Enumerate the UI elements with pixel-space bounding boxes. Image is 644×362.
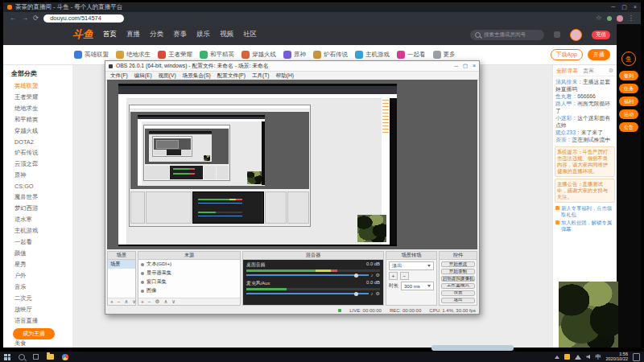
add-transition-button[interactable]: + xyxy=(389,272,398,280)
source-item[interactable]: 文本(GDI+) xyxy=(138,260,240,269)
obs-maximize-button[interactable]: ▢ xyxy=(463,63,468,69)
rail-pill-button[interactable]: 活动 xyxy=(619,109,638,119)
controls-dock-title[interactable]: 控件 xyxy=(440,252,477,260)
obs-preview[interactable] xyxy=(107,80,477,249)
quick-category-item[interactable]: 绝地求生 xyxy=(116,51,151,59)
sidebar-item[interactable]: 音乐 xyxy=(3,282,72,293)
sidebar-item[interactable]: 云顶之弈 xyxy=(3,158,72,170)
obs-menu-item[interactable]: 工具(T) xyxy=(252,72,270,80)
tray-expand-icon[interactable] xyxy=(555,356,559,359)
rail-pill-button[interactable]: 任务 xyxy=(619,84,638,93)
sidebar-item[interactable]: 王者荣耀 xyxy=(3,92,72,103)
quick-category-item[interactable]: 炉石传说 xyxy=(313,51,348,59)
rail-pill-button[interactable]: 公告 xyxy=(619,122,638,132)
sidebar-item[interactable]: 逆水寒 xyxy=(3,214,72,225)
visibility-eye-icon[interactable] xyxy=(141,290,144,293)
slider-track[interactable] xyxy=(246,274,369,276)
chat-settings-gear-icon[interactable]: ⚙ xyxy=(609,68,613,74)
quick-category-item[interactable]: 更多 xyxy=(433,51,456,59)
browser-profile-avatar[interactable] xyxy=(617,15,623,22)
sidebar-item[interactable]: DOTA2 xyxy=(3,137,72,147)
visibility-eye-icon[interactable] xyxy=(141,281,144,284)
window-maximize-button[interactable]: ▢ xyxy=(621,4,627,10)
back-icon[interactable]: ← xyxy=(10,14,17,22)
sidebar-item[interactable]: 二次元 xyxy=(3,293,72,304)
obs-minimize-button[interactable]: ─ xyxy=(454,63,458,69)
notification-center-icon[interactable] xyxy=(633,353,640,361)
taskbar-clock[interactable]: 1:56 2020/10/22 xyxy=(605,352,628,361)
rail-logo-badge[interactable]: 鱼 xyxy=(621,51,636,66)
nav-item[interactable]: 娱乐 xyxy=(196,30,210,39)
sidebar-item[interactable]: 户外 xyxy=(3,270,72,282)
sidebar-item[interactable]: 和平精英 xyxy=(3,114,72,125)
mixer-dock-title[interactable]: 混音器 xyxy=(243,252,383,260)
quick-category-item[interactable]: 原神 xyxy=(283,51,306,59)
source-item[interactable]: 图像 xyxy=(138,286,240,295)
source-item[interactable]: 窗口采集 xyxy=(138,278,240,286)
nav-item[interactable]: 视频 xyxy=(220,30,233,39)
start-button-icon[interactable] xyxy=(4,354,10,360)
obs-control-button[interactable]: 退出 xyxy=(441,298,475,303)
obs-control-button[interactable]: 开始录制 xyxy=(441,269,475,274)
spinner-caret-icon[interactable] xyxy=(427,285,431,287)
obs-menu-item[interactable]: 配置文件(P) xyxy=(217,72,246,80)
obs-titlebar[interactable]: OBS 26.0.1 (64-bit, windows) - 配置文件: 未命名… xyxy=(105,61,479,72)
recharge-button[interactable]: 充值 xyxy=(592,31,610,39)
transitions-dock-title[interactable]: 场景转场 xyxy=(386,252,436,260)
quick-category-item[interactable]: 一起看 xyxy=(397,51,426,59)
task-view-icon[interactable] xyxy=(33,354,39,360)
sidebar-item[interactable]: CS:GO xyxy=(3,181,72,191)
chat-username[interactable]: 小迷彩 xyxy=(555,115,577,121)
sidebar-item[interactable]: 主机游戏 xyxy=(3,225,72,237)
volume-slider[interactable]: ♪ ⚙ xyxy=(246,291,380,296)
site-logo[interactable]: 斗鱼 xyxy=(72,27,93,42)
nav-item[interactable]: 直播 xyxy=(126,30,140,39)
sidebar-item[interactable]: 原神 xyxy=(3,170,72,181)
rail-pill-button[interactable]: 福利 xyxy=(619,97,638,106)
user-avatar[interactable] xyxy=(570,29,582,41)
visibility-eye-icon[interactable] xyxy=(141,272,144,275)
tray-app-icon[interactable] xyxy=(564,354,570,360)
network-icon[interactable] xyxy=(575,355,581,360)
scene-up-icon[interactable]: ∧ xyxy=(125,298,129,305)
ime-indicator[interactable]: 中 xyxy=(595,353,601,361)
source-down-icon[interactable]: ∨ xyxy=(171,298,175,305)
obs-menu-item[interactable]: 帮助(H) xyxy=(276,72,294,80)
browser-app-icon[interactable] xyxy=(62,354,68,360)
browser-menu-icon[interactable]: ⋮ xyxy=(628,14,635,22)
volume-slider[interactable]: ♪ ⚙ xyxy=(246,273,380,278)
chat-username[interactable]: 茶茶 xyxy=(555,137,572,142)
sources-dock-title[interactable]: 来源 xyxy=(138,252,240,260)
remove-source-icon[interactable]: − xyxy=(148,299,151,305)
rail-pill-button[interactable]: 签到 xyxy=(619,71,638,80)
go-live-button[interactable]: 开播 xyxy=(588,49,610,60)
speaker-icon[interactable]: ♪ xyxy=(371,291,374,296)
sidebar-item[interactable]: 一起看 xyxy=(3,237,72,248)
bookmark-star-icon[interactable]: ☆ xyxy=(596,14,602,22)
visibility-eye-icon[interactable] xyxy=(141,263,144,266)
obs-menu-item[interactable]: 场景集合(S) xyxy=(183,72,211,80)
channel-settings-gear-icon[interactable]: ⚙ xyxy=(376,273,380,278)
chat-promo-link[interactable]: 加入粉丝团，解锁专属弹幕 xyxy=(553,219,617,233)
sidebar-item[interactable]: 英雄联盟 xyxy=(3,80,72,92)
sidebar-item[interactable]: 绝地求生 xyxy=(3,103,72,114)
sidebar-item[interactable]: 穿越火线 xyxy=(3,125,72,137)
stream-camo-thumbnail[interactable] xyxy=(559,282,618,348)
obs-menu-item[interactable]: 视图(V) xyxy=(159,72,176,80)
source-up-icon[interactable]: ∧ xyxy=(163,298,167,305)
add-source-icon[interactable]: + xyxy=(141,299,144,305)
quick-category-item[interactable]: 主机游戏 xyxy=(355,51,390,59)
sidebar-item[interactable]: 颜值 xyxy=(3,248,72,259)
refresh-icon[interactable]: ⟳ xyxy=(33,14,39,22)
chat-promo-link[interactable]: 新人专享福利，点击领取礼包 xyxy=(553,204,617,219)
obs-control-button[interactable]: 启动虚拟摄像机 xyxy=(441,276,475,282)
window-minimize-button[interactable]: ─ xyxy=(611,4,615,10)
sidebar-item[interactable]: 梦幻西游 xyxy=(3,203,72,214)
add-scene-icon[interactable]: + xyxy=(110,299,114,305)
chat-username[interactable]: 鱼丸君 xyxy=(555,93,577,99)
chat-tab[interactable]: 全部弹幕 xyxy=(556,67,578,75)
obs-control-button[interactable]: 设置 xyxy=(441,290,475,296)
scene-item[interactable]: 场景 xyxy=(108,260,135,269)
header-search-input[interactable]: 搜索主播或房间号 xyxy=(470,30,544,40)
chat-username[interactable]: 观众233 xyxy=(555,130,581,135)
